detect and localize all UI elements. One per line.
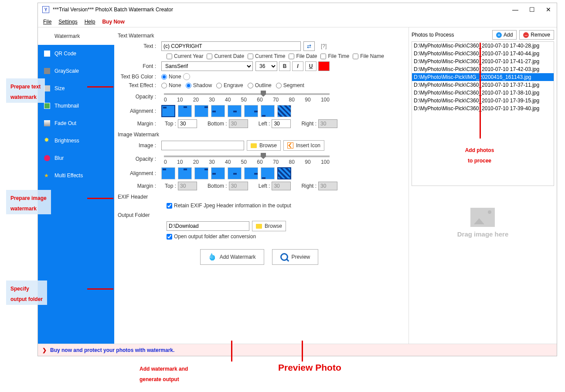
effect-segment-radio[interactable] [276, 83, 282, 88]
menu-settings[interactable]: Settings [58, 19, 77, 25]
drop-zone[interactable]: Drag image here [457, 208, 509, 238]
effect-engrave-radio[interactable] [216, 83, 222, 88]
retain-exif-checkbox[interactable] [167, 203, 172, 209]
file-list[interactable]: D:\MyPhoto\Misc-Pick\C360_2010-07-10 17-… [412, 41, 554, 186]
margin-left-text[interactable] [272, 119, 291, 128]
check-label: Current Time [255, 53, 285, 59]
footer-message[interactable]: Buy now and protect your photos with wat… [50, 347, 174, 353]
sidebar-item-multi-effects[interactable]: Multi Effects [38, 167, 114, 184]
file-row[interactable]: D:\MyPhoto\Misc-Pick\C360_2010-07-10 17-… [412, 65, 554, 73]
file-row[interactable]: D:\MyPhoto\Misc-Pick\C360_2010-07-10 17-… [412, 97, 554, 105]
effect-label: Segment [283, 82, 304, 88]
app-icon: Y [42, 6, 49, 13]
effect-label: Engrave [224, 82, 243, 88]
align-cell-0[interactable] [161, 167, 175, 179]
font-name-select[interactable]: SansSerif [161, 61, 253, 71]
align-cell-2[interactable] [194, 167, 208, 179]
bold-button[interactable]: B [279, 61, 290, 71]
check-file-time[interactable] [320, 54, 326, 59]
sidebar-item-label: Watermark [54, 33, 80, 39]
sidebar-item-label: QR Code [54, 51, 76, 57]
effect-label: None [169, 82, 181, 88]
file-row[interactable]: D:\MyPhoto\Misc-Pick\C360_2010-07-10 17-… [412, 105, 554, 112]
align-cell-5[interactable] [244, 105, 258, 117]
font-size-select[interactable]: 36 [255, 61, 277, 71]
effect-shadow-radio[interactable] [186, 83, 191, 88]
file-row[interactable]: D:\MyPhoto\Misc-Pick\IMG_20200416_161143… [412, 73, 554, 81]
align-cell-0[interactable] [161, 105, 175, 117]
align-cell-7[interactable] [277, 167, 291, 179]
align-cell-5[interactable] [244, 167, 258, 179]
sidebar-item-fade-out[interactable]: Fade Out [38, 115, 114, 132]
align-cell-6[interactable] [261, 105, 275, 117]
remove-photo-button[interactable]: –Remove [519, 30, 554, 40]
effect-outline-radio[interactable] [248, 83, 253, 88]
file-row[interactable]: D:\MyPhoto\Misc-Pick\C360_2010-07-10 17-… [412, 81, 554, 89]
opacity-slider-image[interactable]: 0102030405060708090100 [164, 153, 401, 165]
file-row[interactable]: D:\MyPhoto\Misc-Pick\C360_2010-07-10 17-… [412, 42, 554, 50]
align-cell-3[interactable] [211, 167, 225, 179]
alignment-grid-text [161, 105, 291, 117]
margin-right-text [318, 119, 337, 128]
file-row[interactable]: D:\MyPhoto\Misc-Pick\C360_2010-07-10 17-… [412, 57, 554, 65]
margin-right-label: Right : [301, 121, 317, 127]
sidebar-item-qr-code[interactable]: QR Code [38, 45, 114, 62]
file-row[interactable]: D:\MyPhoto\Misc-Pick\C360_2010-07-10 17-… [412, 89, 554, 97]
margin-left-label: Left : [259, 121, 270, 127]
preview-button[interactable]: Preview [272, 249, 319, 265]
menu-file[interactable]: File [43, 19, 51, 25]
check-current-year[interactable] [167, 54, 172, 59]
check-current-time[interactable] [248, 54, 253, 59]
align-cell-2[interactable] [194, 105, 208, 117]
bg-color-radio[interactable] [183, 73, 190, 80]
sidebar-item-blur[interactable]: Blur [38, 149, 114, 167]
text-watermark-input[interactable] [161, 41, 301, 51]
italic-button[interactable]: I [292, 61, 303, 71]
minimize-button[interactable]: — [511, 6, 519, 13]
help-link[interactable]: [?] [321, 43, 327, 49]
menu-help[interactable]: Help [85, 19, 95, 25]
check-file-name[interactable] [353, 54, 358, 59]
sidebar-icon [44, 120, 50, 126]
label-image: Image : [118, 142, 161, 149]
add-watermark-button[interactable]: 💧Add Watermark [200, 249, 264, 265]
sidebar-item-thumbnail[interactable]: Thumbnail [38, 97, 114, 115]
align-cell-7[interactable] [277, 105, 291, 117]
maximize-button[interactable]: ☐ [528, 6, 536, 13]
align-cell-4[interactable] [228, 167, 242, 179]
file-row[interactable]: D:\MyPhoto\Misc-Pick\C360_2010-07-10 17-… [412, 50, 554, 57]
browse-output-button[interactable]: Browse [252, 221, 286, 231]
sidebar-icon [44, 68, 50, 74]
sidebar-item-label: Multi Effects [54, 172, 83, 179]
browse-image-button[interactable]: Browse [247, 140, 281, 151]
align-cell-4[interactable] [228, 105, 242, 117]
align-cell-1[interactable] [178, 167, 192, 179]
open-after-checkbox[interactable] [167, 234, 172, 240]
sidebar-item-grayscale[interactable]: GrayScale [38, 62, 114, 80]
insert-icon-button[interactable]: Insert Icon [283, 140, 324, 151]
align-cell-3[interactable] [211, 105, 225, 117]
align-cell-6[interactable] [261, 167, 275, 179]
margin-top-text[interactable] [178, 119, 197, 128]
close-button[interactable]: ✕ [545, 6, 552, 13]
bg-none-radio[interactable] [161, 74, 167, 80]
sidebar-item-size[interactable]: Size [38, 80, 114, 97]
effect-none-radio[interactable] [161, 83, 167, 88]
check-current-date[interactable] [207, 54, 212, 59]
text-color-swatch[interactable] [318, 61, 330, 71]
menu-buy-now[interactable]: Buy Now [102, 19, 124, 25]
sidebar-icon [44, 33, 50, 39]
label-margin-text: Margin : [118, 121, 161, 127]
underline-button[interactable]: U [305, 61, 317, 71]
text-tag-button[interactable]: ⇄ [303, 41, 315, 51]
add-photo-button[interactable]: +Add [492, 30, 517, 40]
opacity-slider-text[interactable]: 0102030405060708090100 [164, 91, 401, 103]
check-file-date[interactable] [289, 54, 294, 59]
image-path-input[interactable] [161, 141, 244, 150]
label-opacity-text: Opacity : [118, 94, 161, 100]
align-cell-1[interactable] [178, 105, 192, 117]
sidebar-item-watermark[interactable]: Watermark [38, 27, 114, 45]
output-folder-input[interactable] [167, 221, 249, 231]
main-panel: Text Watermark Text : ⇄ [?] Current Year… [114, 27, 408, 344]
sidebar-item-brightness[interactable]: Brightness [38, 132, 114, 149]
